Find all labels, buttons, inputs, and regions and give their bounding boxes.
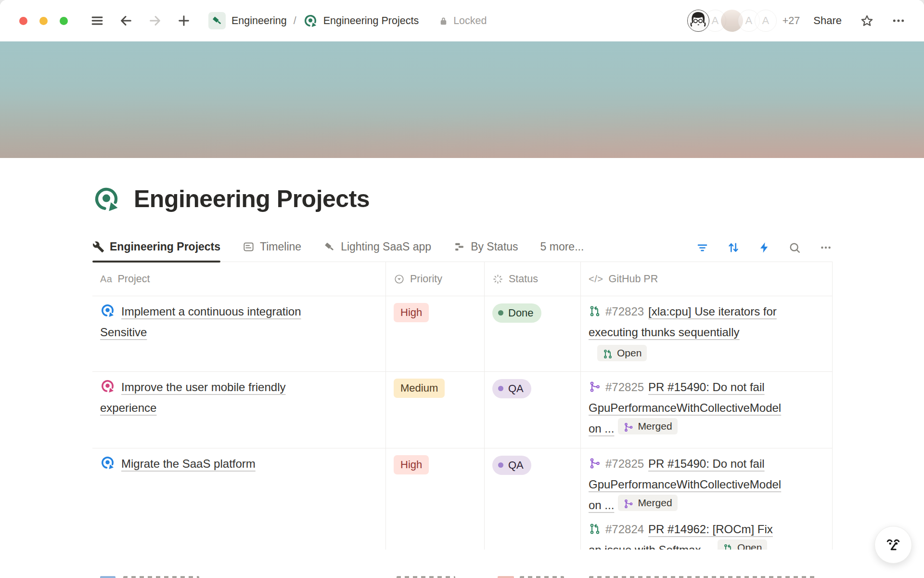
- pr-open-icon: [603, 348, 613, 358]
- view-more-icon[interactable]: [819, 241, 833, 254]
- priority-cell[interactable]: Medium: [386, 372, 485, 448]
- floating-assistant-button[interactable]: [874, 526, 912, 564]
- locked-indicator[interactable]: Locked: [438, 15, 487, 27]
- share-button[interactable]: Share: [813, 14, 842, 27]
- pr-number: #72825: [605, 381, 644, 394]
- wrench-icon: [92, 241, 104, 253]
- favorite-star-icon[interactable]: [860, 14, 874, 28]
- priority-cell[interactable]: High: [386, 448, 485, 555]
- avatar[interactable]: [687, 10, 709, 32]
- pr-merged-icon: [623, 498, 634, 508]
- partial-next-row-text: [520, 576, 564, 578]
- column-label: Status: [509, 273, 538, 285]
- pr-state-badge[interactable]: Open: [597, 345, 647, 361]
- project-cycle-icon: [100, 379, 115, 394]
- status-pill[interactable]: Done: [492, 303, 541, 323]
- project-cycle-icon: [100, 455, 115, 470]
- priority-pill[interactable]: Medium: [394, 379, 445, 398]
- more-views-button[interactable]: 5 more...: [540, 240, 584, 262]
- status-label: QA: [508, 380, 524, 397]
- pr-merged-icon: [623, 421, 634, 432]
- pr-mention: #72825PR #15490: Do not fail GpuPerforma…: [589, 377, 824, 439]
- column-header-priority[interactable]: Priority: [386, 262, 485, 296]
- code-property-icon: </>: [589, 274, 603, 285]
- sort-icon[interactable]: [727, 241, 740, 254]
- github-pr-cell[interactable]: #72825PR #15490: Do not fail GpuPerforma…: [581, 448, 833, 555]
- filter-icon[interactable]: [696, 241, 709, 254]
- project-cell[interactable]: Migrate the SaaS platform: [92, 448, 386, 555]
- tab-label: Lighting SaaS app: [341, 240, 431, 253]
- project-title-link[interactable]: Migrate the SaaS platform: [121, 457, 256, 470]
- avatar-stack[interactable]: A A A: [687, 10, 777, 32]
- title-property-icon: Aa: [100, 274, 112, 285]
- project-cycle-icon: [100, 303, 115, 318]
- page-title[interactable]: Engineering Projects: [134, 185, 370, 213]
- breadcrumb: Engineering / Engineering Projects: [208, 12, 419, 29]
- column-header-github-pr[interactable]: </> GitHub PR: [581, 262, 833, 296]
- github-pr-cell[interactable]: #72823[xla:cpu] Use iterators for execut…: [581, 296, 833, 371]
- table-row: Implement a continuous integration Sensi…: [92, 296, 833, 372]
- priority-cell[interactable]: High: [386, 296, 485, 371]
- status-dot: [498, 386, 503, 391]
- page-header: Engineering Projects: [92, 182, 833, 216]
- lock-icon: [438, 15, 449, 26]
- tab-by-status[interactable]: By Status: [453, 240, 518, 262]
- status-cell[interactable]: QA: [485, 448, 581, 555]
- status-pill[interactable]: QA: [492, 456, 531, 475]
- status-pill[interactable]: QA: [492, 379, 531, 398]
- avatar-overflow-count[interactable]: +27: [783, 15, 800, 27]
- status-cell[interactable]: Done: [485, 296, 581, 371]
- avatar[interactable]: A: [755, 10, 777, 32]
- zoom-window-button[interactable]: [60, 17, 68, 25]
- pr-open-icon: [589, 521, 601, 533]
- page-content: Engineering Projects Engineering Project…: [92, 158, 833, 556]
- tab-lighting-saas-app[interactable]: Lighting SaaS app: [323, 240, 431, 262]
- minimize-window-button[interactable]: [39, 17, 48, 25]
- close-window-button[interactable]: [19, 17, 27, 25]
- column-label: Priority: [410, 273, 442, 285]
- priority-pill[interactable]: High: [394, 303, 429, 322]
- pr-open-icon: [589, 303, 601, 315]
- tab-label: Timeline: [260, 240, 301, 253]
- partial-next-row-pill: [498, 576, 514, 578]
- column-header-status[interactable]: Status: [485, 262, 581, 296]
- automation-icon[interactable]: [758, 241, 770, 254]
- project-cell[interactable]: Implement a continuous integration Sensi…: [92, 296, 386, 371]
- traffic-lights: [19, 17, 68, 25]
- priority-pill[interactable]: High: [394, 455, 429, 474]
- project-title-link[interactable]: Improve the user mobile friendly experie…: [100, 381, 285, 414]
- kanban-icon: [453, 241, 465, 253]
- workspace-hammer-icon[interactable]: [208, 12, 226, 29]
- search-icon[interactable]: [788, 241, 801, 254]
- tab-timeline[interactable]: Timeline: [243, 240, 301, 262]
- sidebar-toggle-icon[interactable]: [89, 13, 105, 29]
- locked-label: Locked: [453, 15, 487, 27]
- new-page-icon[interactable]: [176, 13, 192, 29]
- breadcrumb-page[interactable]: Engineering Projects: [323, 15, 419, 27]
- github-pr-cell[interactable]: #72825PR #15490: Do not fail GpuPerforma…: [581, 372, 833, 448]
- status-label: Done: [508, 304, 534, 322]
- partial-next-row-text: [123, 576, 199, 578]
- breadcrumb-workspace[interactable]: Engineering: [231, 15, 287, 27]
- status-dot: [498, 310, 503, 315]
- pr-state-badge[interactable]: Merged: [618, 418, 677, 434]
- back-icon[interactable]: [118, 13, 134, 29]
- column-header-project[interactable]: Aa Project: [92, 262, 386, 296]
- project-title-link[interactable]: Implement a continuous integration Sensi…: [100, 305, 301, 339]
- tab-engineering-projects[interactable]: Engineering Projects: [92, 240, 220, 262]
- select-property-icon: [394, 274, 405, 285]
- project-cell[interactable]: Improve the user mobile friendly experie…: [92, 372, 386, 448]
- bottom-strip: [0, 550, 924, 578]
- more-options-icon[interactable]: [891, 13, 906, 28]
- pr-number: #72825: [605, 457, 644, 470]
- status-cell[interactable]: QA: [485, 372, 581, 448]
- pr-state-label: Open: [617, 345, 642, 361]
- tab-label: Engineering Projects: [110, 240, 220, 253]
- pr-number: #72824: [605, 523, 644, 536]
- pr-state-badge[interactable]: Merged: [618, 495, 677, 511]
- pr-number: #72823: [605, 305, 644, 318]
- forward-icon[interactable]: [147, 13, 163, 29]
- page-cycle-icon-large[interactable]: [92, 185, 120, 213]
- board-icon: [243, 241, 255, 253]
- view-tabs: Engineering Projects Timeline Lighting S…: [92, 235, 833, 262]
